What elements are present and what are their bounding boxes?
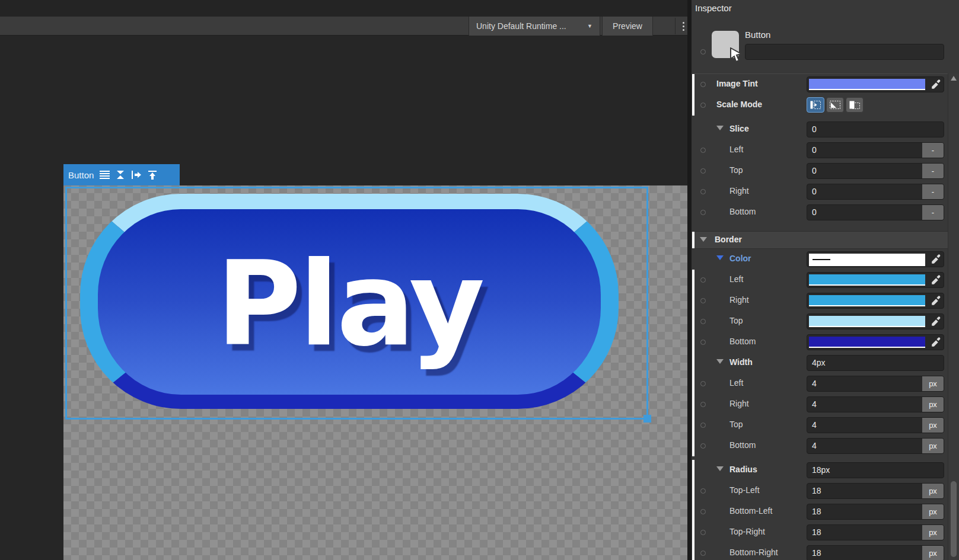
slice-value-field[interactable]: 0 [807,121,944,137]
scale-mode-row: Scale Mode [692,95,959,116]
foldout-arrow-icon[interactable] [716,255,724,260]
foldout-arrow-icon[interactable] [716,466,724,471]
binding-indicator[interactable] [700,319,706,324]
border-width-bottom-field[interactable]: 4 px [807,438,944,454]
slice-top-field[interactable]: 0 - [807,163,944,179]
canvas-document[interactable]: Play [63,185,687,560]
pane-divider[interactable] [687,0,692,560]
unit-dropdown[interactable]: - [922,164,944,178]
unit-dropdown[interactable]: - [922,184,944,199]
foldout-arrow-icon[interactable] [716,126,724,130]
border-color-top-swatch[interactable] [809,316,925,327]
border-color-top-field[interactable] [807,313,944,329]
border-width-foldout-row: Width 4px [692,353,959,373]
binding-indicator[interactable] [700,210,706,215]
eyedropper-icon[interactable] [930,254,941,265]
unit-dropdown[interactable]: - [922,143,944,158]
border-radius-foldout-row: Radius 18px [692,460,959,481]
binding-indicator[interactable] [700,340,706,345]
binding-indicator[interactable] [700,298,706,303]
kebab-menu-icon[interactable] [679,17,687,36]
slice-bottom-field[interactable]: 0 - [807,204,944,220]
border-radius-bottom-right-field[interactable]: 18 px [807,545,944,560]
selection-edge-left [65,187,67,420]
unit-dropdown[interactable]: - [922,205,944,220]
border-width-value-field[interactable]: 4px [807,355,944,371]
align-lines-icon[interactable] [100,171,110,180]
border-radius-value-field[interactable]: 18px [807,462,944,478]
scale-mode-scale-and-crop-button[interactable] [826,97,844,113]
element-type-label: Button [745,30,770,40]
border-radius-top-right-field[interactable]: 18 px [807,524,944,540]
border-color-foldout-row: Color [692,249,959,270]
border-section-header[interactable]: Border [692,231,959,249]
border-color-bottom-field[interactable] [807,334,944,350]
play-button-preview[interactable]: Play [80,194,619,409]
unit-dropdown[interactable]: px [922,525,944,540]
bar-arrow-up-icon[interactable] [148,170,157,180]
element-header: Button [692,17,959,73]
unit-dropdown[interactable]: px [922,376,944,391]
inspector-scrollbar[interactable] [948,73,959,560]
binding-indicator[interactable] [700,443,706,449]
binding-indicator[interactable] [700,148,706,153]
slice-left-field[interactable]: 0 - [807,142,944,158]
binding-indicator[interactable] [700,423,706,428]
border-width-right-field[interactable]: 4 px [807,396,944,412]
binding-indicator[interactable] [700,381,706,386]
binding-indicator[interactable] [700,189,706,194]
border-width-left-field[interactable]: 4 px [807,376,944,392]
border-color-bottom-swatch[interactable] [809,337,925,348]
canvas-header-label: Button [68,170,94,180]
canvas-header-tab[interactable]: Button [63,164,180,185]
foldout-arrow-icon[interactable] [700,237,707,242]
image-tint-swatch[interactable] [809,79,925,90]
bar-arrow-right-icon[interactable] [131,170,142,180]
foldout-arrow-icon[interactable] [716,359,724,364]
binding-indicator[interactable] [700,168,706,174]
binding-indicator[interactable] [700,530,706,535]
binding-indicator[interactable] [700,509,706,514]
border-radius-bottom-left-field[interactable]: 18 px [807,504,944,520]
unit-dropdown[interactable]: px [922,546,944,560]
inspector-panel: Inspector Button Image Tint Scale Mode [692,0,959,560]
image-tint-row: Image Tint [692,74,959,95]
eyedropper-icon[interactable] [930,79,941,91]
unit-dropdown[interactable]: px [922,484,944,498]
border-width-top-field[interactable]: 4 px [807,417,944,433]
unit-dropdown[interactable]: px [922,397,944,412]
element-name-input[interactable] [745,44,944,60]
preview-button[interactable]: Preview [602,17,653,36]
binding-indicator[interactable] [700,551,706,556]
unit-dropdown[interactable]: px [922,418,944,433]
border-color-right-field[interactable] [807,293,944,309]
eyedropper-icon[interactable] [930,296,941,307]
unit-dropdown[interactable]: px [922,439,944,453]
eyedropper-icon[interactable] [930,275,941,286]
eyedropper-icon[interactable] [930,337,941,348]
collapse-vertical-icon[interactable] [116,170,125,180]
unit-dropdown[interactable]: px [922,504,944,519]
border-color-right-swatch[interactable] [809,295,925,306]
binding-indicator[interactable] [700,49,706,55]
binding-indicator[interactable] [700,402,706,407]
inspector-tab-title[interactable]: Inspector [695,3,732,13]
border-color-mixed-field[interactable] [807,251,944,267]
slice-right-field[interactable]: 0 - [807,184,944,200]
border-radius-top-left-field[interactable]: 18 px [807,483,944,499]
eyedropper-icon[interactable] [930,316,941,328]
scroll-up-arrow-icon[interactable] [951,76,957,81]
selection-edge-right [646,187,648,420]
scale-mode-stretch-button[interactable] [807,97,824,113]
image-tint-color-field[interactable] [807,76,944,92]
theme-dropdown[interactable]: Unity Default Runtime ... ▼ [469,17,600,36]
border-color-left-swatch[interactable] [809,274,925,286]
binding-indicator[interactable] [700,103,706,108]
binding-indicator[interactable] [700,488,706,494]
scale-mode-scale-to-fit-button[interactable] [846,97,864,113]
binding-indicator[interactable] [700,82,706,87]
selection-resize-handle[interactable] [643,415,651,423]
binding-indicator[interactable] [700,277,706,283]
border-color-left-field[interactable] [807,272,944,288]
scrollbar-thumb[interactable] [951,481,957,557]
